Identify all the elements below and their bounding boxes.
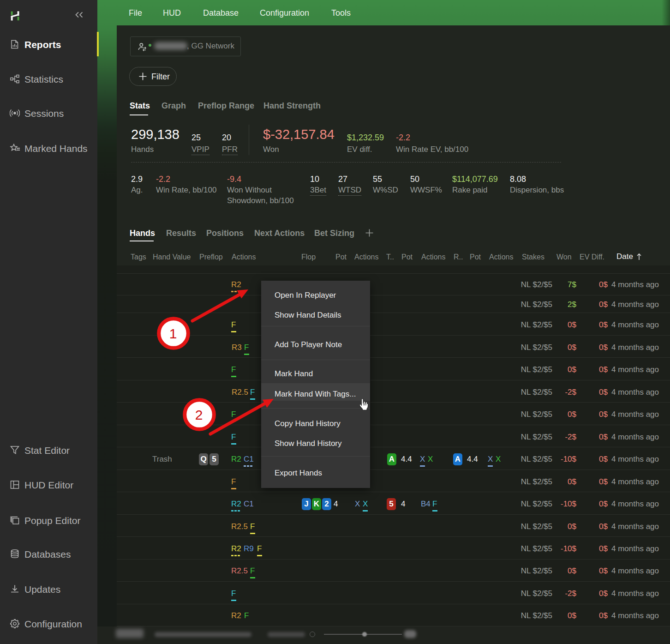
svg-text:2: 2	[195, 407, 203, 422]
svg-text:1: 1	[169, 326, 177, 341]
